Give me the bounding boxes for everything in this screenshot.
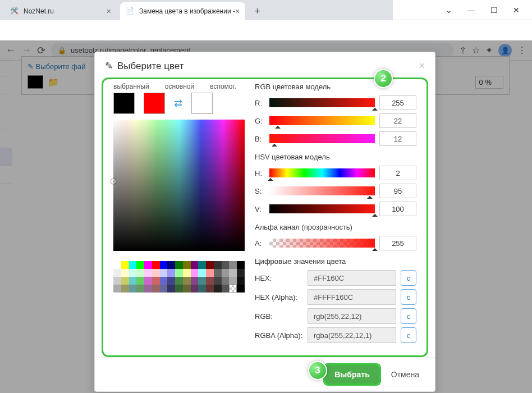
- annotation-badge-3: 3: [308, 361, 327, 380]
- b-slider[interactable]: [269, 134, 375, 143]
- tab-noznet[interactable]: 🛠️ NozNet.ru ×: [4, 2, 117, 20]
- close-icon[interactable]: ×: [235, 7, 240, 16]
- s-label: S:: [255, 187, 265, 195]
- a-slider[interactable]: [269, 239, 375, 248]
- g-label: G:: [255, 117, 265, 125]
- rgb-input[interactable]: rgb(255,22,12): [308, 308, 396, 324]
- new-tab-button[interactable]: +: [249, 2, 266, 20]
- hex-label: HEX:: [255, 274, 303, 282]
- annotation-badge-2: 2: [374, 69, 393, 88]
- browser-tabs: 🛠️ NozNet.ru × 📄 Замена цвета в изображе…: [0, 0, 393, 20]
- swatch-labels: выбранный основной вспомог.: [113, 83, 245, 90]
- minimize-icon[interactable]: —: [460, 2, 483, 18]
- label-aux: вспомог.: [210, 83, 236, 90]
- tab-label: Замена цвета в изображении -: [139, 7, 235, 15]
- main-swatch[interactable]: [144, 93, 165, 114]
- rgb-title: RGB цветовая модель: [255, 83, 416, 91]
- hexa-label: HEX (Alpha):: [255, 293, 303, 301]
- modal-body: 2 выбранный основной вспомог. ⇄: [102, 77, 428, 357]
- s-input[interactable]: 95: [379, 184, 416, 198]
- s-slider[interactable]: [269, 186, 375, 195]
- edit-icon: ✎: [105, 60, 113, 72]
- r-input[interactable]: 255: [379, 95, 416, 110]
- chevron-down-icon[interactable]: ⌄: [438, 2, 460, 18]
- close-icon[interactable]: ×: [107, 7, 111, 16]
- close-icon[interactable]: ×: [419, 60, 425, 72]
- favicon-icon: 📄: [126, 7, 135, 16]
- selected-swatch[interactable]: [113, 93, 135, 114]
- rgba-label: RGBA (Alpha):: [255, 331, 303, 340]
- rgb-label: RGB:: [255, 312, 303, 321]
- b-label: B:: [255, 135, 265, 143]
- b-input[interactable]: 12: [379, 131, 416, 146]
- maximize-icon[interactable]: ☐: [483, 2, 505, 18]
- modal-footer: 3 Выбрать Отмена: [95, 357, 435, 391]
- v-slider[interactable]: [269, 204, 375, 213]
- r-slider[interactable]: [269, 98, 375, 107]
- digital-title: Цифровые значения цвета: [255, 257, 416, 266]
- hsv-title: HSV цветовая модель: [255, 153, 416, 161]
- r-label: R:: [255, 99, 265, 107]
- color-field[interactable]: [113, 120, 245, 251]
- ok-button[interactable]: Выбрать: [324, 364, 380, 385]
- cancel-button[interactable]: Отмена: [386, 365, 425, 383]
- a-label: A:: [255, 239, 265, 248]
- rgba-input[interactable]: rgba(255,22,12,1): [308, 327, 396, 343]
- aux-swatch[interactable]: [191, 93, 213, 114]
- copy-rgb-button[interactable]: c: [401, 308, 416, 324]
- hexa-input[interactable]: #FFFF160C: [308, 289, 396, 305]
- label-main: основной: [165, 83, 194, 90]
- copy-rgba-button[interactable]: c: [401, 327, 416, 343]
- modal-title: Выберите цвет: [117, 61, 184, 72]
- h-label: H:: [255, 169, 265, 177]
- swap-icon[interactable]: ⇄: [174, 97, 182, 109]
- g-slider[interactable]: [269, 116, 375, 125]
- h-input[interactable]: 2: [379, 166, 416, 180]
- v-label: V:: [255, 205, 265, 213]
- a-input[interactable]: 255: [379, 236, 416, 250]
- h-slider[interactable]: [269, 168, 375, 177]
- g-input[interactable]: 22: [379, 113, 416, 128]
- tab-usetoolz[interactable]: 📄 Замена цвета в изображении - ×: [120, 2, 245, 20]
- alpha-title: Альфа канал (прозрачность): [255, 223, 416, 231]
- hex-input[interactable]: #FF160C: [308, 270, 396, 286]
- tab-label: NozNet.ru: [24, 7, 54, 15]
- copy-hexa-button[interactable]: c: [401, 289, 416, 305]
- close-icon[interactable]: ✕: [505, 2, 528, 18]
- copy-hex-button[interactable]: c: [401, 270, 416, 286]
- v-input[interactable]: 100: [379, 202, 416, 216]
- color-picker-modal: ✎ Выберите цвет × 2 выбранный основной в…: [94, 52, 435, 392]
- favicon-icon: 🛠️: [10, 7, 19, 16]
- label-selected: выбранный: [113, 83, 149, 90]
- color-palette[interactable]: [113, 261, 245, 293]
- picker-cursor[interactable]: [111, 179, 116, 184]
